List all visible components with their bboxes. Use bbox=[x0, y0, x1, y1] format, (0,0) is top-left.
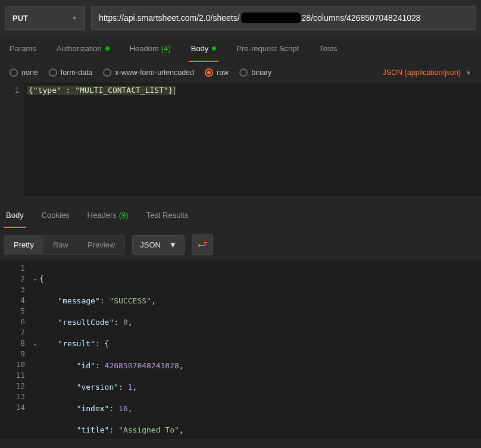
tab-body-label: Body bbox=[191, 44, 209, 53]
gutter-line: 10 bbox=[0, 359, 25, 370]
code-line: "index": 16, bbox=[33, 403, 481, 414]
body-type-raw[interactable]: raw bbox=[205, 68, 229, 77]
json-value: 0 bbox=[123, 318, 128, 327]
resp-view-preview-label: Preview bbox=[88, 240, 115, 249]
text-caret-icon bbox=[174, 87, 174, 95]
tab-prerequest-label: Pre-request Script bbox=[236, 44, 299, 53]
chevron-down-icon: ▼ bbox=[169, 240, 177, 249]
resp-tab-test-results-label: Test Results bbox=[146, 211, 189, 220]
code-line: ▾ "result": { bbox=[33, 339, 481, 350]
gutter-line: 7 bbox=[0, 327, 25, 338]
fold-toggle-icon[interactable]: ▾ bbox=[33, 339, 39, 350]
req-colon: : bbox=[61, 86, 75, 95]
json-key: "resultCode" bbox=[58, 318, 114, 327]
tab-prerequest[interactable]: Pre-request Script bbox=[234, 36, 301, 62]
req-open-brace: { bbox=[29, 86, 33, 95]
code-line: "message": "SUCCESS", bbox=[33, 296, 481, 306]
body-type-urlencoded-label: x-www-form-urlencoded bbox=[115, 68, 194, 77]
radio-icon bbox=[239, 68, 248, 77]
request-body-editor[interactable]: 1 {"type" : "MULTI_CONTACT_LIST"} bbox=[0, 83, 481, 196]
chevron-down-icon: ▼ bbox=[466, 70, 471, 76]
gutter-line: 9 bbox=[0, 349, 25, 359]
body-type-binary-label: binary bbox=[251, 68, 271, 77]
gutter-line: 12 bbox=[0, 381, 25, 391]
tab-headers-count: (4) bbox=[161, 44, 171, 53]
editor-line-highlight: {"type" : "MULTI_CONTACT_LIST"} bbox=[27, 86, 176, 95]
response-body-editor[interactable]: 1 2 3 4 5 6 7 8 9 10 11 12 13 14 ▾{ "mes… bbox=[0, 261, 481, 439]
resp-tab-headers[interactable]: Headers(9) bbox=[85, 203, 131, 228]
body-type-none[interactable]: none bbox=[10, 68, 38, 77]
resp-code[interactable]: ▾{ "message": "SUCCESS", "resultCode": 0… bbox=[33, 261, 481, 439]
resp-tab-cookies[interactable]: Cookies bbox=[39, 203, 72, 228]
resp-view-pretty[interactable]: Pretty bbox=[4, 236, 43, 254]
resp-view-pretty-label: Pretty bbox=[14, 240, 34, 249]
resp-view-raw[interactable]: Raw bbox=[43, 236, 78, 254]
gutter-line: 14 bbox=[0, 402, 25, 413]
tab-tests[interactable]: Tests bbox=[317, 36, 339, 62]
gutter-line: 3 bbox=[0, 284, 25, 295]
resp-view-preview[interactable]: Preview bbox=[78, 236, 124, 254]
code-line: "version": 1, bbox=[33, 382, 481, 393]
response-controls: Pretty Raw Preview JSON ▼ ⮐ bbox=[0, 228, 481, 261]
json-value: "SUCCESS" bbox=[109, 296, 151, 305]
gutter-line: 11 bbox=[0, 370, 25, 381]
resp-view-group: Pretty Raw Preview bbox=[4, 235, 125, 255]
gutter-line: 8 bbox=[0, 338, 25, 349]
fold-toggle-icon[interactable]: ▾ bbox=[33, 274, 39, 285]
gutter-line: 4 bbox=[0, 295, 25, 306]
body-type-urlencoded[interactable]: x-www-form-urlencoded bbox=[103, 68, 194, 77]
resp-language-select[interactable]: JSON ▼ bbox=[132, 235, 185, 255]
code-line: "title": "Assigned To", bbox=[33, 425, 481, 436]
req-key: "type" bbox=[33, 86, 61, 95]
http-method-value: PUT bbox=[13, 14, 28, 23]
body-type-formdata[interactable]: form-data bbox=[49, 68, 93, 77]
resp-tab-cookies-label: Cookies bbox=[42, 211, 70, 220]
request-top-bar: PUT ▼ https://api.smartsheet.com/2.0/she… bbox=[0, 0, 481, 36]
url-prefix: https://api.smartsheet.com/2.0/sheets/ bbox=[99, 13, 240, 23]
tab-body[interactable]: Body bbox=[189, 36, 219, 62]
body-type-formdata-label: form-data bbox=[61, 68, 93, 77]
response-tabs: Body Cookies Headers(9) Test Results bbox=[0, 203, 481, 228]
resp-tab-test-results[interactable]: Test Results bbox=[144, 203, 191, 228]
tab-headers[interactable]: Headers(4) bbox=[127, 36, 173, 62]
json-key: "index" bbox=[77, 404, 110, 413]
radio-icon bbox=[103, 68, 111, 77]
tab-headers-label: Headers bbox=[130, 44, 159, 53]
json-key: "message" bbox=[58, 296, 99, 305]
json-key: "id" bbox=[77, 361, 95, 370]
gutter-line: 13 bbox=[0, 391, 25, 402]
url-input[interactable]: https://api.smartsheet.com/2.0/sheets/28… bbox=[91, 6, 476, 30]
resp-tab-body-label: Body bbox=[6, 211, 24, 220]
gutter-line: 6 bbox=[0, 317, 25, 327]
body-type-raw-label: raw bbox=[217, 68, 229, 77]
tab-authorization-label: Authorization bbox=[57, 44, 102, 53]
tab-authorization[interactable]: Authorization bbox=[54, 36, 112, 62]
editor-code[interactable]: {"type" : "MULTI_CONTACT_LIST"} bbox=[24, 83, 481, 196]
wrap-lines-icon: ⮐ bbox=[198, 239, 207, 250]
gutter-line: 2 bbox=[0, 274, 25, 284]
editor-gutter: 1 bbox=[0, 83, 24, 196]
dot-icon bbox=[105, 46, 110, 51]
body-type-binary[interactable]: binary bbox=[239, 68, 271, 77]
json-value: 4268507048241028 bbox=[105, 361, 179, 370]
json-value: 1 bbox=[128, 383, 133, 391]
chevron-down-icon: ▼ bbox=[71, 15, 77, 21]
resp-wrap-toggle[interactable]: ⮐ bbox=[192, 234, 213, 255]
resp-tab-headers-count: (9) bbox=[119, 211, 129, 220]
tab-params[interactable]: Params bbox=[7, 36, 39, 62]
radio-icon bbox=[49, 68, 57, 77]
body-type-row: none form-data x-www-form-urlencoded raw… bbox=[0, 62, 481, 83]
resp-gutter: 1 2 3 4 5 6 7 8 9 10 11 12 13 14 bbox=[0, 261, 33, 439]
http-method-select[interactable]: PUT ▼ bbox=[5, 6, 85, 30]
code-line: "resultCode": 0, bbox=[33, 317, 481, 328]
gutter-line: 1 bbox=[0, 86, 19, 95]
gutter-line: 5 bbox=[0, 306, 25, 317]
resp-language-label: JSON bbox=[140, 240, 161, 249]
content-type-select[interactable]: JSON (application/json) ▼ bbox=[383, 68, 471, 77]
radio-selected-icon bbox=[205, 68, 213, 77]
radio-icon bbox=[10, 68, 18, 77]
url-suffix: 28/columns/4268507048241028 bbox=[302, 13, 421, 23]
code-line: "id": 4268507048241028, bbox=[33, 361, 481, 371]
resp-tab-body[interactable]: Body bbox=[4, 203, 26, 228]
body-type-none-label: none bbox=[21, 68, 38, 77]
